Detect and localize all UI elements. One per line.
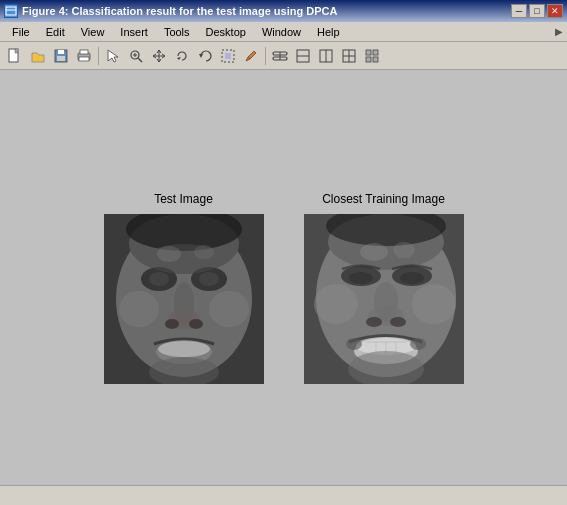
layout1-tool[interactable] [292, 45, 314, 67]
svg-point-52 [157, 246, 181, 262]
svg-rect-17 [225, 53, 231, 59]
menu-help[interactable]: Help [309, 24, 348, 40]
test-image-label: Test Image [154, 192, 213, 206]
menu-view[interactable]: View [73, 24, 113, 40]
svg-line-11 [138, 58, 142, 62]
training-image-block: Closest Training Image [304, 192, 464, 384]
test-face-svg [104, 214, 264, 384]
main-window: Figure 4: Classification result for the … [0, 0, 567, 505]
svg-point-77 [360, 243, 388, 261]
svg-marker-14 [177, 57, 181, 60]
toolbar [0, 42, 567, 70]
link-tool[interactable] [269, 45, 291, 67]
svg-rect-32 [373, 57, 378, 62]
test-image [104, 214, 264, 384]
zoom-in-tool[interactable] [125, 45, 147, 67]
svg-point-73 [346, 338, 362, 350]
menu-edit[interactable]: Edit [38, 24, 73, 40]
svg-point-60 [349, 272, 373, 284]
layout3-tool[interactable] [338, 45, 360, 67]
print-button[interactable] [73, 45, 95, 67]
svg-point-53 [194, 245, 214, 259]
minimize-button[interactable]: ─ [511, 4, 527, 18]
app-icon [4, 4, 18, 18]
separator-2 [265, 47, 266, 65]
window-controls: ─ □ ✕ [511, 4, 563, 18]
svg-point-65 [366, 317, 382, 327]
svg-rect-30 [373, 50, 378, 55]
test-image-block: Test Image [104, 192, 264, 384]
save-button[interactable] [50, 45, 72, 67]
main-content: Test Image [0, 70, 567, 485]
window-title: Figure 4: Classification result for the … [22, 5, 337, 17]
menu-insert[interactable]: Insert [112, 24, 156, 40]
title-bar: Figure 4: Classification result for the … [0, 0, 567, 22]
svg-rect-8 [79, 57, 89, 61]
svg-point-62 [400, 272, 424, 284]
svg-rect-29 [366, 50, 371, 55]
svg-marker-9 [108, 50, 118, 62]
svg-marker-15 [199, 54, 203, 58]
training-face-svg [304, 214, 464, 384]
svg-rect-0 [6, 7, 16, 15]
pointer-tool[interactable] [102, 45, 124, 67]
menu-tools[interactable]: Tools [156, 24, 198, 40]
svg-point-44 [165, 319, 179, 329]
title-bar-left: Figure 4: Classification result for the … [4, 4, 337, 18]
training-image [304, 214, 464, 384]
svg-point-66 [390, 317, 406, 327]
svg-rect-31 [366, 57, 371, 62]
menu-window[interactable]: Window [254, 24, 309, 40]
svg-point-36 [119, 291, 159, 327]
svg-point-41 [199, 272, 219, 286]
svg-point-58 [412, 284, 456, 324]
close-button[interactable]: ✕ [547, 4, 563, 18]
images-container: Test Image [20, 192, 547, 384]
new-button[interactable] [4, 45, 26, 67]
maximize-button[interactable]: □ [529, 4, 545, 18]
rotate-tool[interactable] [171, 45, 193, 67]
svg-point-57 [314, 284, 358, 324]
layout2-tool[interactable] [315, 45, 337, 67]
svg-point-74 [410, 338, 426, 350]
svg-point-39 [149, 272, 169, 286]
separator-1 [98, 47, 99, 65]
pan-tool[interactable] [148, 45, 170, 67]
select-tool[interactable] [217, 45, 239, 67]
svg-rect-4 [58, 50, 64, 54]
layout4-tool[interactable] [361, 45, 383, 67]
undo-tool[interactable] [194, 45, 216, 67]
open-button[interactable] [27, 45, 49, 67]
status-bar [0, 485, 567, 505]
menu-desktop[interactable]: Desktop [198, 24, 254, 40]
svg-rect-5 [57, 56, 65, 61]
svg-point-45 [189, 319, 203, 329]
svg-point-37 [209, 291, 249, 327]
training-image-label: Closest Training Image [322, 192, 445, 206]
svg-rect-7 [80, 50, 88, 54]
svg-point-78 [393, 242, 415, 258]
menu-arrow: ▶ [555, 26, 563, 37]
edit-tool[interactable] [240, 45, 262, 67]
menu-file[interactable]: File [4, 24, 38, 40]
menu-bar: File Edit View Insert Tools Desktop Wind… [0, 22, 567, 42]
